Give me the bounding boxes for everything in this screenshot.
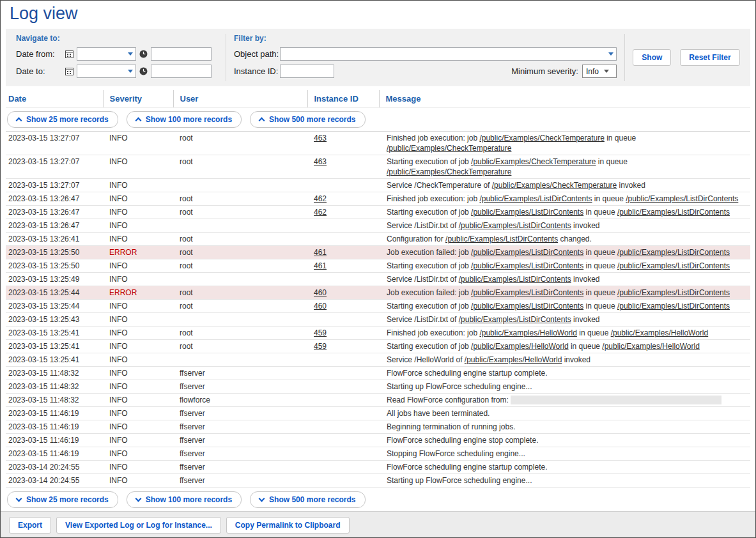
instance-id-link[interactable]: 460: [314, 288, 327, 297]
column-header-user: User: [173, 90, 307, 108]
instance-id-link[interactable]: 463: [314, 157, 327, 166]
cell-severity: INFO: [103, 447, 173, 461]
cell-date: 2023-03-15 13:25:41: [6, 327, 103, 340]
job-path-link[interactable]: /public/Examples/ListDirContents: [471, 248, 583, 257]
cell-severity: INFO: [103, 179, 173, 192]
job-path-link[interactable]: /public/Examples/ListDirContents: [459, 315, 571, 324]
job-path-link[interactable]: /public/Examples/ListDirContents: [471, 208, 583, 217]
job-path-link[interactable]: /public/Examples/HelloWorld: [602, 342, 700, 351]
cell-user: root: [173, 300, 307, 313]
cell-user: root: [173, 132, 307, 155]
navigate-heading: Navigate to:: [16, 34, 218, 43]
minimum-severity-select[interactable]: Info: [582, 65, 617, 78]
instance-id-link[interactable]: 460: [314, 302, 327, 311]
show-button[interactable]: Show: [633, 49, 671, 66]
table-row: 2023-03-15 13:25:44ERRORroot460Job execu…: [6, 286, 750, 300]
instance-id-link[interactable]: 461: [314, 261, 327, 270]
cell-date: 2023-03-14 20:24:55: [6, 461, 103, 474]
job-path-link[interactable]: /public/Examples/ListDirContents: [617, 248, 730, 257]
cell-severity: INFO: [103, 434, 173, 447]
show-more-label: Show 25 more records: [26, 115, 109, 124]
job-path-link[interactable]: /public/Examples/ListDirContents: [617, 261, 730, 270]
show-more-top-row: Show 25 more recordsShow 100 more record…: [6, 108, 750, 132]
date-to-select[interactable]: [77, 65, 136, 78]
job-path-link[interactable]: /public/Examples/CheckTemperature: [387, 144, 511, 153]
reset-filter-button[interactable]: Reset Filter: [680, 49, 739, 66]
cell-message: Configuration for /public/Examples/ListD…: [379, 233, 750, 246]
job-path-link[interactable]: /public/Examples/HelloWorld: [471, 342, 569, 351]
date-from-clock-icon[interactable]: [139, 50, 148, 58]
export-button[interactable]: Export: [9, 517, 51, 534]
show-25-more-button[interactable]: Show 25 more records: [7, 111, 118, 128]
show-more-bottom-row: Show 25 more recordsShow 100 more record…: [6, 488, 750, 512]
column-header-message: Message: [379, 90, 750, 108]
job-path-link[interactable]: /public/Examples/ListDirContents: [471, 288, 583, 297]
instance-id-link[interactable]: 459: [314, 342, 327, 351]
instance-id-link[interactable]: 463: [314, 134, 327, 142]
cell-user: root: [173, 246, 307, 259]
date-to-time-input[interactable]: [151, 65, 212, 78]
cell-date: 2023-03-15 11:46:19: [6, 434, 103, 447]
instance-id-input[interactable]: [280, 65, 334, 78]
table-row: 2023-03-15 11:46:19INFOffserverStopping …: [6, 447, 750, 461]
cell-message: Service /CheckTemperature of /public/Exa…: [379, 179, 750, 192]
job-path-link[interactable]: /public/Examples/ListDirContents: [617, 208, 730, 217]
job-path-link[interactable]: /public/Examples/HelloWorld: [479, 328, 577, 337]
filter-panel-divider: [226, 34, 226, 81]
cell-severity: INFO: [103, 461, 173, 474]
cell-date: 2023-03-15 13:25:50: [6, 246, 103, 259]
cell-date: 2023-03-15 13:25:43: [6, 313, 103, 327]
date-to-clock-icon[interactable]: [139, 67, 148, 75]
cell-message: Starting up FlowForce scheduling engine.…: [379, 474, 750, 488]
show-500-more-button[interactable]: Show 500 more records: [250, 111, 365, 128]
cell-date: 2023-03-15 11:48:32: [6, 367, 103, 380]
cell-message: Starting execution of job /public/Exampl…: [379, 300, 750, 313]
cell-instance-id: [307, 367, 379, 380]
cell-message: Starting up FlowForce scheduling engine.…: [379, 380, 750, 394]
object-path-combobox[interactable]: [280, 47, 617, 61]
table-row: 2023-03-14 20:24:55INFOffserverFlowForce…: [6, 461, 750, 474]
cell-severity: ERROR: [103, 286, 173, 300]
job-path-link[interactable]: /public/Examples/ListDirContents: [459, 275, 571, 284]
date-from-time-input[interactable]: [151, 47, 212, 61]
instance-id-link[interactable]: 461: [314, 248, 327, 257]
view-exported-log-button[interactable]: View Exported Log or Log for Instance...: [56, 517, 221, 534]
show-500-more-button[interactable]: Show 500 more records: [250, 491, 365, 508]
job-path-link[interactable]: /public/Examples/ListDirContents: [617, 288, 730, 297]
job-path-link[interactable]: /public/Examples/CheckTemperature: [492, 181, 617, 190]
cell-date: 2023-03-15 11:48:32: [6, 394, 103, 407]
date-from-select[interactable]: [77, 47, 136, 61]
instance-id-link[interactable]: 459: [314, 328, 327, 337]
show-100-more-button[interactable]: Show 100 more records: [127, 111, 242, 128]
job-path-link[interactable]: /public/Examples/HelloWorld: [465, 355, 562, 364]
show-100-more-button[interactable]: Show 100 more records: [127, 491, 242, 508]
job-path-link[interactable]: /public/Examples/CheckTemperature: [471, 157, 596, 166]
job-path-link[interactable]: /public/Examples/ListDirContents: [479, 194, 592, 203]
date-from-calendar-icon[interactable]: [65, 50, 73, 58]
cell-instance-id: 460: [307, 286, 379, 300]
table-row: 2023-03-15 13:25:41INFOroot459Starting e…: [6, 340, 750, 353]
cell-severity: INFO: [103, 420, 173, 434]
job-path-link[interactable]: /public/Examples/ListDirContents: [459, 221, 571, 230]
cell-severity: INFO: [103, 407, 173, 420]
cell-instance-id: 462: [307, 192, 379, 206]
job-path-link[interactable]: /public/Examples/ListDirContents: [617, 302, 730, 311]
job-path-link[interactable]: /public/Examples/CheckTemperature: [479, 134, 604, 142]
cell-user: root: [173, 192, 307, 206]
job-path-link[interactable]: /public/Examples/ListDirContents: [626, 194, 738, 203]
job-path-link[interactable]: /public/Examples/ListDirContents: [445, 234, 558, 243]
cell-instance-id: [307, 420, 379, 434]
cell-user: ffserver: [173, 407, 307, 420]
table-row: 2023-03-15 11:46:19INFOffserverAll jobs …: [6, 407, 750, 420]
date-to-calendar-icon[interactable]: [65, 67, 73, 75]
copy-permalink-button[interactable]: Copy Permalink to Clipboard: [226, 517, 350, 534]
show-25-more-button[interactable]: Show 25 more records: [7, 491, 118, 508]
job-path-link[interactable]: /public/Examples/CheckTemperature: [387, 167, 511, 176]
table-row: 2023-03-15 13:27:07INFOroot463Finished j…: [6, 132, 750, 155]
instance-id-link[interactable]: 462: [314, 208, 327, 217]
chevron-up-icon: [16, 118, 22, 124]
instance-id-link[interactable]: 462: [314, 194, 327, 203]
job-path-link[interactable]: /public/Examples/ListDirContents: [471, 261, 583, 270]
job-path-link[interactable]: /public/Examples/ListDirContents: [471, 302, 583, 311]
job-path-link[interactable]: /public/Examples/HelloWorld: [611, 328, 709, 337]
